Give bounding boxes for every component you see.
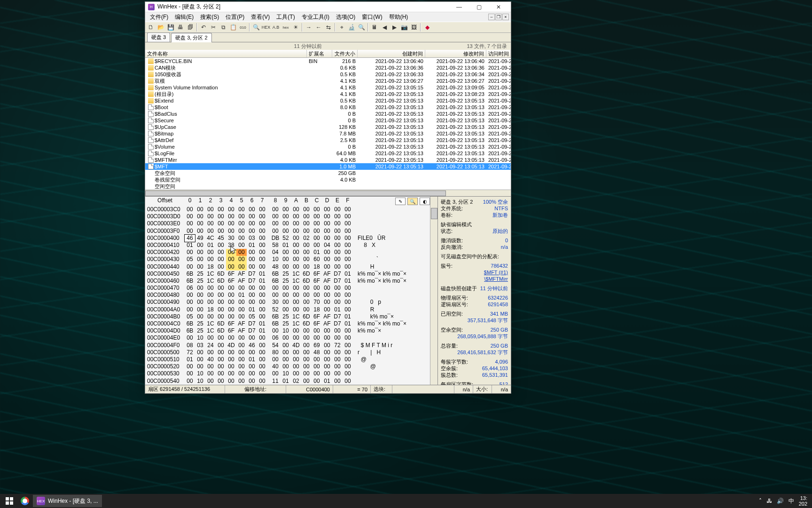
file-row[interactable]: $Boot8.0 KB2021-09-22 13:05:132021-09-22… — [145, 104, 511, 111]
menu-specialist[interactable]: 专业工具(I) — [299, 12, 332, 22]
image-icon[interactable]: 🖼 — [409, 23, 419, 32]
file-list-hscroll[interactable] — [145, 190, 511, 196]
file-row[interactable]: $Volume0 B2021-09-22 13:05:132021-09-22 … — [145, 143, 511, 150]
save-icon[interactable]: 💾 — [166, 23, 175, 32]
copy-icon[interactable]: ⧉ — [219, 23, 228, 32]
find-hex-icon[interactable]: 🔍 — [251, 23, 261, 32]
menu-position[interactable]: 位置(P) — [223, 12, 247, 22]
taskbar-winhex[interactable]: HEX WinHex - [硬盘 3, ... — [33, 495, 102, 507]
position-icon[interactable]: ⌖ — [337, 23, 346, 32]
nav-prev-icon[interactable]: ◀ — [380, 23, 389, 32]
goto-offset-icon[interactable]: → — [304, 23, 313, 32]
col-ctime[interactable]: 创建时间 — [358, 50, 425, 57]
titlebar[interactable]: H WinHex - [硬盘 3, 分区 2] — ▢ ✕ — [145, 2, 511, 12]
file-row[interactable]: 空闲空间 — [145, 183, 511, 190]
col-name[interactable]: 文件名称 — [145, 50, 307, 57]
menu-search[interactable]: 搜索(S) — [197, 12, 222, 22]
camera-icon[interactable]: 📷 — [399, 23, 409, 32]
cut-icon[interactable]: ✂ — [209, 23, 218, 32]
hex-tool-eraser-icon[interactable]: ◐ — [420, 198, 430, 205]
menu-view[interactable]: 查看(V) — [248, 12, 273, 22]
menu-help[interactable]: 帮助(H) — [386, 12, 411, 22]
props-icon[interactable]: 🗐 — [186, 23, 195, 32]
file-row[interactable]: $MFTMirr4.0 KB2021-09-22 13:05:132021-09… — [145, 157, 511, 163]
file-row[interactable]: CAN模块0.6 KB2021-09-22 13:06:362021-09-22… — [145, 64, 511, 71]
menu-tools[interactable]: 工具(T) — [273, 12, 297, 22]
back-icon[interactable]: ← — [314, 23, 323, 32]
paste-icon[interactable]: 📋 — [228, 23, 238, 32]
status-offset: C0000400 — [286, 385, 333, 393]
tab-strip: 硬盘 3 硬盘 3, 分区 2 — [145, 33, 511, 42]
calc-icon[interactable]: 🖩 — [370, 23, 379, 32]
col-mtime[interactable]: 修改时间 — [425, 50, 486, 57]
fwd-icon[interactable]: ⇆ — [324, 23, 333, 32]
undo-icon[interactable]: ↶ — [199, 23, 208, 32]
file-row[interactable]: $UpCase128 KB2021-09-22 13:05:132021-09-… — [145, 124, 511, 130]
file-row[interactable]: $Secure0 B2021-09-22 13:05:132021-09-22 … — [145, 117, 511, 124]
svg-rect-2 — [6, 501, 9, 505]
menu-window[interactable]: 窗口(W) — [359, 12, 385, 22]
hex-tool-pencil-icon[interactable]: ✎ — [395, 198, 406, 205]
file-list-header: 文件名称 扩展名 文件大小 创建时间 修改时间 访问时间 — [145, 50, 511, 58]
hscroll-thumb[interactable] — [145, 190, 446, 196]
file-row[interactable]: 双模4.1 KB2021-09-22 13:06:272021-09-22 13… — [145, 78, 511, 84]
clipboard-icon[interactable]: 010 — [238, 23, 248, 32]
tab-disk3[interactable]: 硬盘 3 — [147, 32, 170, 42]
start-button[interactable] — [2, 495, 17, 507]
nav-next-icon[interactable]: ▶ — [390, 23, 399, 32]
print-icon[interactable]: 🖶 — [176, 23, 185, 32]
toolbar: 🗋 📂 💾 🖶 🗐 ↶ ✂ ⧉ 📋 010 🔍 HEX A.B hex ☀ → … — [145, 22, 511, 33]
disk-icon[interactable]: 🔍 — [357, 23, 366, 32]
file-row[interactable]: $BadClus0 B2021-09-22 13:05:132021-09-22… — [145, 111, 511, 117]
tab-disk3-part2[interactable]: 硬盘 3, 分区 2 — [171, 33, 211, 42]
col-atime[interactable]: 访问时间 — [486, 50, 511, 57]
tray-up-icon[interactable]: ˄ — [759, 498, 762, 504]
vscroll-thumb[interactable] — [431, 208, 437, 219]
file-list: 文件名称 扩展名 文件大小 创建时间 修改时间 访问时间 $RECYCLE.BI… — [145, 50, 511, 197]
hex-rows[interactable]: 00C00003C0000000000000000000000000000000… — [145, 206, 430, 385]
taskbar-chrome[interactable] — [17, 495, 33, 507]
mdi-close-button[interactable]: × — [502, 14, 509, 20]
menu-options[interactable]: 选项(O) — [333, 12, 358, 22]
system-tray: ˄ 🖧 🔊 中 13: 202 — [759, 495, 810, 507]
file-row[interactable]: $AttrDef2.5 KB2021-09-22 13:05:132021-09… — [145, 137, 511, 143]
file-row[interactable]: $Extend0.5 KB2021-09-22 13:05:132021-09-… — [145, 97, 511, 104]
minimize-button[interactable]: — — [450, 2, 468, 12]
file-row[interactable]: $Bitmap7.8 MB2021-09-22 13:05:132021-09-… — [145, 130, 511, 137]
new-icon[interactable]: 🗋 — [146, 23, 156, 32]
analyze-icon[interactable]: 🔬 — [347, 23, 356, 32]
link-mftmirr[interactable]: \$MFTMirr — [484, 276, 508, 282]
tray-volume-icon[interactable]: 🔊 — [777, 498, 784, 504]
svg-rect-0 — [6, 497, 9, 500]
maximize-button[interactable]: ▢ — [469, 2, 488, 12]
file-row[interactable]: (根目录)4.1 KB2021-09-22 13:05:132021-09-22… — [145, 91, 511, 97]
menu-edit[interactable]: 编辑(E) — [172, 12, 196, 22]
mdi-restore-button[interactable]: ❐ — [495, 14, 502, 20]
tray-clock[interactable]: 13: 202 — [799, 495, 807, 507]
tray-ime-icon[interactable]: 中 — [789, 497, 794, 505]
link-mft[interactable]: $MFT (#1) — [484, 269, 508, 276]
menu-file[interactable]: 文件(F) — [147, 12, 171, 22]
hex-tool-highlight-icon[interactable]: 🔍 — [407, 198, 418, 205]
col-size[interactable]: 文件大小 — [332, 50, 358, 57]
file-row[interactable]: System Volume Information4.1 KB2021-09-2… — [145, 84, 511, 91]
tray-network-icon[interactable]: 🖧 — [766, 498, 772, 504]
replace-icon[interactable]: hex — [281, 23, 290, 32]
offset-header: Offset — [145, 197, 185, 206]
help-icon[interactable]: ◆ — [422, 23, 432, 32]
find-text-icon[interactable]: HEX — [261, 23, 271, 32]
mdi-minimize-button[interactable]: – — [488, 14, 495, 20]
col-ext[interactable]: 扩展名 — [307, 50, 332, 57]
window-title: WinHex - [硬盘 3, 分区 2] — [157, 3, 450, 11]
find-ab-icon[interactable]: A.B — [271, 23, 281, 32]
hex-vscroll[interactable] — [430, 197, 437, 385]
file-row[interactable]: 1050接收器0.5 KB2021-09-22 13:06:332021-09-… — [145, 71, 511, 78]
goto-icon[interactable]: ☀ — [291, 23, 300, 32]
file-row[interactable]: 卷残留空间4.0 KB — [145, 176, 511, 183]
file-row[interactable]: 空余空间250 GB — [145, 170, 511, 176]
file-row[interactable]: $LogFile64.0 MB2021-09-22 13:05:132021-0… — [145, 150, 511, 157]
file-row[interactable]: $RECYCLE.BINBIN216 B2021-09-22 13:06:402… — [145, 58, 511, 64]
close-button[interactable]: ✕ — [489, 2, 508, 12]
open-icon[interactable]: 📂 — [156, 23, 165, 32]
file-row[interactable]: $MFT1.0 MB2021-09-22 13:05:132021-09-22 … — [145, 163, 511, 170]
